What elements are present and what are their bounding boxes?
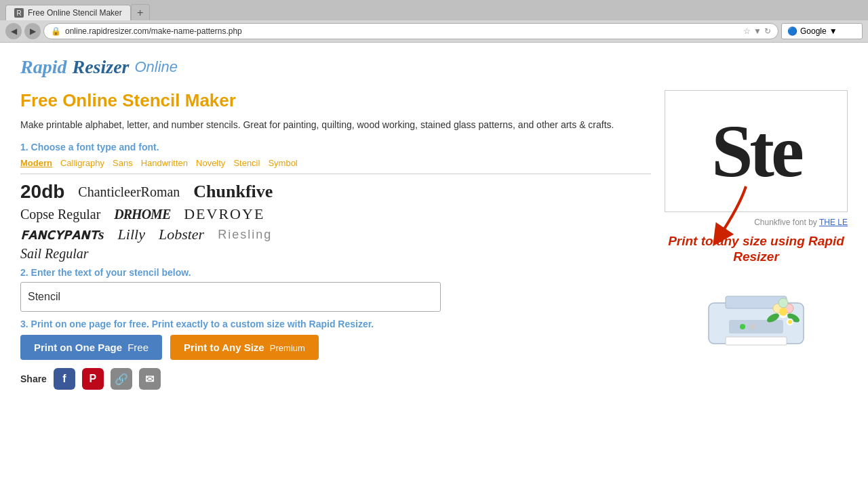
step2-label: 2. Enter the text of your stencil below. — [20, 267, 651, 278]
print-premium-button[interactable]: Print to Any Size Premium — [170, 335, 319, 360]
font-cat-novelty[interactable]: Novelty — [196, 158, 225, 168]
logo-resizer[interactable]: Resizer — [72, 56, 129, 78]
tab-title: Free Online Stencil Maker — [28, 8, 122, 18]
font-drhome[interactable]: DRHOME — [114, 207, 170, 222]
left-column: Free Online Stencil Maker Make printable… — [20, 90, 651, 390]
font-devroye[interactable]: DEVROYE — [184, 205, 264, 223]
svg-point-11 — [779, 308, 787, 316]
font-credit: Chunkfive font by THE LE — [665, 218, 848, 227]
page-title: Free Online Stencil Maker — [20, 90, 651, 111]
star-icon[interactable]: ☆ — [743, 26, 751, 36]
buttons-row: Print on One Page Free Print to Any Size… — [20, 335, 651, 360]
font-cat-calligraphy[interactable]: Calligraphy — [60, 158, 104, 168]
stencil-text-input[interactable] — [20, 282, 441, 312]
share-row: Share f P 🔗 ✉ — [20, 368, 651, 390]
main-layout: Free Online Stencil Maker Make printable… — [20, 90, 848, 390]
btn-premium-label: Print to Any Size — [184, 342, 264, 353]
font-chunkfive[interactable]: Chunkfive — [193, 182, 273, 202]
printer-illustration — [665, 269, 848, 364]
search-engine-label: Google — [800, 26, 827, 36]
tab-bar: R Free Online Stencil Maker + — [0, 0, 868, 20]
url-text: online.rapidresizer.com/make-name-patter… — [65, 26, 242, 36]
font-cat-stencil[interactable]: Stencil — [233, 158, 260, 168]
step1-label: 1. Choose a font type and font. — [20, 142, 651, 152]
font-categories: Modern Calligraphy Sans Handwritten Nove… — [20, 158, 651, 168]
search-dropdown-icon[interactable]: ▼ — [829, 26, 837, 36]
font-cat-handwritten[interactable]: Handwritten — [141, 158, 188, 168]
font-sail[interactable]: Sail Regular — [20, 246, 89, 262]
nav-bar: ◀ ▶ 🔒 online.rapidresizer.com/make-name-… — [0, 20, 868, 43]
browser-chrome: R Free Online Stencil Maker + ◀ ▶ 🔒 onli… — [0, 0, 868, 43]
btn-free-tag: Free — [127, 342, 149, 353]
font-copse[interactable]: Copse Regular — [20, 207, 100, 222]
font-cat-sans[interactable]: Sans — [113, 158, 133, 168]
svg-point-15 — [788, 320, 792, 324]
tab-favicon: R — [14, 8, 24, 18]
active-tab[interactable]: R Free Online Stencil Maker — [5, 5, 131, 20]
font-chanticleer[interactable]: ChanticleerRoman — [78, 184, 180, 200]
email-share-button[interactable]: ✉ — [139, 368, 161, 390]
svg-rect-4 — [729, 320, 783, 333]
svg-point-10 — [778, 298, 788, 308]
font-credit-link[interactable]: THE LE — [819, 218, 848, 227]
font-cat-symbol[interactable]: Symbol — [268, 158, 297, 168]
svg-point-6 — [750, 324, 755, 329]
search-engine-icon: 🔵 — [787, 26, 797, 36]
printer-area: Print to any size using Rapid Resizer — [665, 234, 848, 364]
address-icons: ☆ ▼ ↻ — [743, 26, 771, 36]
forward-button[interactable]: ▶ — [24, 23, 41, 39]
font-divider — [20, 174, 651, 174]
search-box[interactable]: 🔵 Google ▼ — [781, 23, 863, 39]
input-area — [20, 282, 651, 312]
font-riesling[interactable]: Riesling — [218, 228, 272, 242]
logo-rapid[interactable]: Rapid — [20, 56, 66, 78]
font-fancypants[interactable]: ꜰᴀɴᴄʏᴘᴀɴᴛs — [20, 226, 104, 243]
font-row-2: Copse Regular DRHOME DEVROYE — [20, 205, 651, 223]
font-cat-modern[interactable]: Modern — [20, 158, 52, 168]
logo-online: Online — [134, 58, 178, 76]
facebook-share-button[interactable]: f — [54, 368, 75, 390]
step3-label: 3. Print on one page for free. Print exa… — [20, 319, 651, 329]
font-row-3: ꜰᴀɴᴄʏᴘᴀɴᴛs Lilly Lobster Riesling — [20, 226, 651, 243]
btn-free-label: Print on One Page — [34, 342, 122, 353]
page-wrapper: RapidResizer Online Free Online Stencil … — [0, 43, 868, 488]
security-icon: 🔒 — [51, 26, 61, 36]
logo-area: RapidResizer Online — [20, 56, 848, 78]
address-bar[interactable]: 🔒 online.rapidresizer.com/make-name-patt… — [43, 23, 778, 39]
font-lilly[interactable]: Lilly — [118, 226, 145, 243]
preview-letter: Ste — [711, 114, 801, 188]
font-row-4: Sail Regular — [20, 246, 651, 262]
pinterest-share-button[interactable]: P — [82, 368, 104, 390]
btn-premium-tag: Premium — [270, 343, 305, 353]
svg-point-5 — [740, 324, 745, 329]
right-column: Ste Chunkfive font by THE LE Print to an… — [665, 90, 848, 390]
new-tab-button[interactable]: + — [131, 4, 150, 20]
feed-icon[interactable]: ▼ — [753, 26, 762, 36]
reload-icon[interactable]: ↻ — [764, 26, 771, 36]
font-20db[interactable]: 20db — [20, 181, 64, 203]
font-lobster[interactable]: Lobster — [159, 226, 204, 243]
font-row-1: 20db ChanticleerRoman Chunkfive — [20, 181, 651, 203]
back-button[interactable]: ◀ — [5, 23, 22, 39]
print-free-button[interactable]: Print on One Page Free — [20, 335, 162, 360]
svg-rect-3 — [726, 337, 787, 345]
link-share-button[interactable]: 🔗 — [111, 368, 132, 390]
print-any-size-text: Print to any size using Rapid Resizer — [665, 234, 848, 265]
page-description: Make printable alphabet, letter, and num… — [20, 118, 651, 132]
font-preview-box: Ste — [665, 90, 848, 212]
page-content: RapidResizer Online Free Online Stencil … — [0, 43, 868, 488]
share-label: Share — [20, 373, 47, 384]
